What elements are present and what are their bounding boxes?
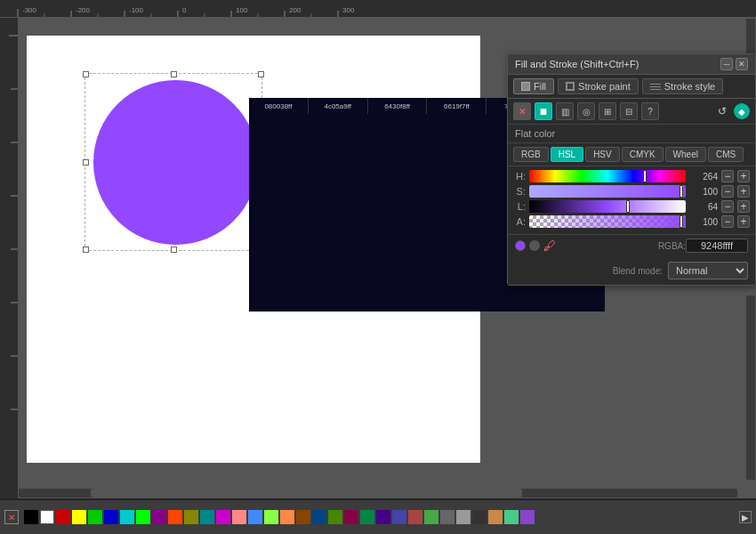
rgba-input[interactable]: [686, 239, 748, 253]
mode-hsl[interactable]: HSL: [551, 147, 583, 162]
remove-color-btn[interactable]: ✕: [4, 510, 19, 524]
palette-lime[interactable]: [136, 510, 150, 524]
palette-red[interactable]: [56, 510, 70, 524]
palette-lightgray[interactable]: [456, 510, 470, 524]
palette-slate[interactable]: [392, 510, 406, 524]
swatch-label-2: 4c05a9ff: [309, 98, 368, 114]
palette-darkgreen[interactable]: [328, 510, 342, 524]
palette-forest[interactable]: [424, 510, 438, 524]
linear-gradient-btn[interactable]: ▥: [556, 102, 574, 120]
rgba-label: RGBA:: [658, 241, 686, 251]
palette-cyan[interactable]: [120, 510, 134, 524]
sat-slider[interactable]: [529, 185, 686, 198]
svg-text:200: 200: [289, 6, 302, 14]
handle-tl[interactable]: [83, 71, 89, 77]
light-label: L:: [513, 201, 526, 212]
alpha-value: 100: [689, 217, 718, 227]
palette-lightblue[interactable]: [248, 510, 262, 524]
palette-brown[interactable]: [296, 510, 310, 524]
scrollbar-thumb[interactable]: [91, 489, 522, 498]
mode-wheel[interactable]: Wheel: [665, 147, 706, 162]
palette-lightorange[interactable]: [280, 510, 294, 524]
palette-gray[interactable]: [440, 510, 454, 524]
palette-yellow[interactable]: [72, 510, 86, 524]
palette-mint[interactable]: [504, 510, 519, 524]
palette-rust[interactable]: [408, 510, 422, 524]
sat-decrease-btn[interactable]: −: [721, 185, 734, 198]
radial-gradient-btn[interactable]: ◎: [577, 102, 595, 120]
handle-ml[interactable]: [83, 159, 89, 166]
pattern-btn[interactable]: ⊞: [599, 102, 616, 120]
copy-icon[interactable]: 🖋: [543, 239, 556, 253]
palette-darkleaf[interactable]: [360, 510, 374, 524]
palette-darkpurple[interactable]: [344, 510, 358, 524]
panel-close-btn[interactable]: ✕: [736, 58, 748, 70]
blend-mode-select[interactable]: Normal Multiply Screen Overlay Darken Li…: [668, 262, 748, 279]
handle-tr[interactable]: [258, 71, 264, 77]
svg-text:-200: -200: [76, 6, 91, 14]
circle-element[interactable]: [93, 80, 258, 245]
palette-magenta[interactable]: [216, 510, 230, 524]
tab-fill[interactable]: Fill: [513, 78, 554, 94]
handle-tc[interactable]: [171, 71, 177, 77]
mode-cms[interactable]: CMS: [708, 147, 744, 162]
palette-orange[interactable]: [168, 510, 182, 524]
light-slider-row: L: 64 − +: [513, 200, 750, 213]
palette-tan[interactable]: [488, 510, 503, 524]
handle-bl[interactable]: [83, 247, 89, 253]
palette-black[interactable]: [24, 510, 38, 524]
light-decrease-btn[interactable]: −: [721, 200, 734, 213]
hue-label: H:: [513, 171, 526, 182]
hue-thumb[interactable]: [643, 170, 647, 182]
palette-pink[interactable]: [232, 510, 246, 524]
svg-text:300: 300: [342, 6, 355, 14]
palette-navy[interactable]: [312, 510, 326, 524]
palette-mauve[interactable]: [520, 510, 535, 524]
palette-teal[interactable]: [200, 510, 214, 524]
alpha-decrease-btn[interactable]: −: [721, 215, 734, 228]
tab-stroke-style[interactable]: Stroke style: [642, 78, 723, 94]
paint-dropper-icon[interactable]: ◆: [734, 103, 750, 119]
mode-rgb[interactable]: RGB: [513, 147, 549, 162]
swatch-label-1: 080038ff: [249, 98, 309, 114]
flat-color-btn[interactable]: ■: [535, 102, 552, 120]
tab-stroke-paint[interactable]: Stroke paint: [558, 78, 639, 94]
hue-slider-row: H: 264 − +: [513, 170, 750, 182]
palette-arrow-right[interactable]: ▶: [739, 511, 752, 523]
sat-label: S:: [513, 186, 526, 197]
sat-increase-btn[interactable]: +: [737, 185, 750, 198]
panel-tabs: Fill Stroke paint Stroke style: [508, 75, 755, 99]
hue-increase-btn[interactable]: +: [737, 170, 750, 182]
light-increase-btn[interactable]: +: [737, 200, 750, 213]
palette-olive[interactable]: [184, 510, 198, 524]
fill-icon: [521, 82, 530, 91]
alpha-thumb[interactable]: [680, 215, 683, 228]
undo-icon[interactable]: ↺: [714, 103, 730, 119]
swatch-label-4: 6619f7ff: [427, 98, 487, 114]
light-thumb[interactable]: [626, 200, 630, 213]
swatch-btn[interactable]: ⊟: [620, 102, 638, 120]
sat-thumb[interactable]: [680, 185, 683, 198]
sat-slider-row: S: 100 − +: [513, 185, 750, 198]
hue-slider[interactable]: [529, 170, 686, 182]
fill-stroke-panel: Fill and Stroke (Shift+Ctrl+F) ─ ✕ Fill …: [507, 53, 756, 286]
hue-decrease-btn[interactable]: −: [721, 170, 734, 182]
mode-cmyk[interactable]: CMYK: [622, 147, 664, 162]
dropper-icon[interactable]: [529, 240, 540, 251]
palette-blue[interactable]: [104, 510, 118, 524]
palette-darkgray[interactable]: [472, 510, 487, 524]
palette-purple[interactable]: [152, 510, 166, 524]
palette-green[interactable]: [88, 510, 102, 524]
palette-violet[interactable]: [376, 510, 390, 524]
panel-minimize-btn[interactable]: ─: [720, 58, 733, 70]
light-slider[interactable]: [529, 200, 686, 213]
handle-bc[interactable]: [171, 247, 177, 253]
unknown-btn[interactable]: ?: [641, 102, 659, 120]
alpha-slider[interactable]: [529, 215, 686, 228]
palette-yellowgreen[interactable]: [264, 510, 278, 524]
no-paint-btn[interactable]: ✕: [513, 102, 531, 120]
palette-white[interactable]: [40, 510, 54, 524]
horizontal-scrollbar[interactable]: [18, 488, 738, 498]
alpha-increase-btn[interactable]: +: [737, 215, 750, 228]
mode-hsv[interactable]: HSV: [585, 147, 620, 162]
